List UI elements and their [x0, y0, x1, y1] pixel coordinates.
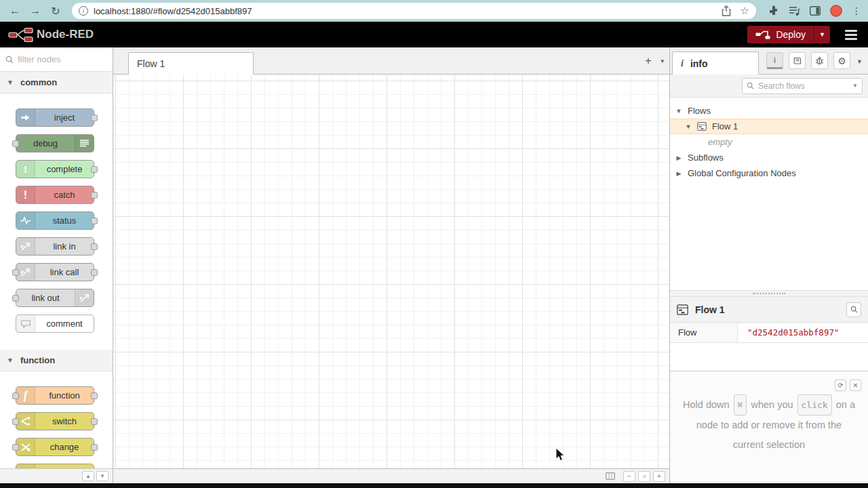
- nodered-header: Node-RED Deploy ▼: [0, 22, 868, 47]
- palette-node-inject[interactable]: inject: [16, 108, 94, 127]
- sidebar-tabbar: i info i: [670, 47, 868, 75]
- search-options-caret[interactable]: ▼: [852, 83, 858, 89]
- palette-node-link-in[interactable]: link in: [16, 237, 94, 256]
- chrome-menu-icon[interactable]: ⋮: [852, 5, 861, 16]
- site-info-icon[interactable]: i: [79, 6, 88, 16]
- info-icon: i: [681, 58, 684, 69]
- search-flow-button[interactable]: [846, 302, 861, 317]
- output-port[interactable]: [91, 243, 98, 250]
- sidebar-help-button[interactable]: [789, 52, 806, 69]
- category-label: common: [20, 77, 57, 87]
- output-port[interactable]: [91, 418, 98, 425]
- tree-row-subflows[interactable]: ▶ Subflows: [670, 150, 868, 165]
- sidebar-menu-caret[interactable]: ▼: [856, 58, 863, 65]
- zoom-in-button[interactable]: +: [653, 471, 665, 482]
- search-flows-input[interactable]: [758, 81, 848, 91]
- category-common[interactable]: ▼ common: [0, 72, 113, 94]
- node-label: switch: [35, 413, 94, 430]
- palette-node-complete[interactable]: ! complete: [16, 160, 94, 178]
- input-port[interactable]: [12, 295, 19, 302]
- output-port[interactable]: [91, 115, 98, 121]
- output-port[interactable]: [91, 392, 98, 399]
- chevron-down-icon: ▼: [7, 357, 14, 364]
- add-flow-button[interactable]: +: [645, 55, 651, 67]
- navigator-icon[interactable]: [604, 471, 616, 482]
- complete-icon: !: [16, 161, 35, 178]
- forward-icon[interactable]: →: [27, 3, 43, 19]
- tree-row-global-config[interactable]: ▶ Global Configuration Nodes: [670, 165, 868, 181]
- side-panel-icon[interactable]: [810, 6, 821, 16]
- output-port[interactable]: [91, 192, 98, 199]
- function-icon: f: [16, 387, 35, 404]
- tree-row-flows[interactable]: ▼ Flows: [670, 103, 868, 119]
- sidebar-splitter[interactable]: [670, 290, 868, 297]
- link-icon: [16, 264, 35, 281]
- chevron-right-icon: ▶: [675, 155, 682, 161]
- node-label: range: [35, 464, 94, 468]
- deploy-options-caret[interactable]: ▼: [814, 26, 830, 43]
- node-label: status: [35, 212, 94, 229]
- flows-tree: ▼ Flows ▼ Flow 1 empty ▶ Subflows ▶ Glob…: [670, 98, 868, 225]
- inject-icon: [16, 109, 35, 126]
- palette-node-status[interactable]: status: [16, 211, 94, 230]
- main-menu-icon[interactable]: [845, 30, 857, 40]
- input-port[interactable]: [12, 444, 19, 451]
- deploy-button[interactable]: Deploy ▼: [747, 26, 830, 43]
- node-label: inject: [35, 109, 94, 126]
- catch-icon: !: [16, 186, 35, 203]
- node-label: debug: [16, 135, 75, 152]
- link-icon: [16, 238, 35, 255]
- mouse-cursor: [555, 447, 566, 462]
- palette-node-change[interactable]: change: [16, 438, 94, 456]
- flow-canvas[interactable]: [113, 75, 669, 468]
- click-key: click: [797, 394, 832, 415]
- status-icon: [16, 212, 35, 229]
- search-flows-box[interactable]: ▼: [742, 78, 863, 94]
- url-bar[interactable]: i localhost:1880/#flow/d2542d015abbf897 …: [72, 3, 756, 19]
- palette-node-comment[interactable]: comment: [16, 314, 94, 333]
- share-icon[interactable]: [722, 5, 731, 16]
- tree-row-flow1[interactable]: ▼ Flow 1: [670, 119, 868, 134]
- refresh-tip-icon[interactable]: ⟳: [835, 380, 846, 391]
- flow-tab[interactable]: Flow 1: [128, 52, 254, 75]
- output-port[interactable]: [91, 218, 98, 224]
- palette-filter[interactable]: [0, 47, 113, 72]
- palette-node-link-out[interactable]: link out: [16, 289, 94, 307]
- sidebar-config-button[interactable]: ⚙: [833, 52, 850, 69]
- close-tip-icon[interactable]: ✕: [850, 380, 861, 391]
- refresh-icon[interactable]: ↻: [47, 3, 64, 19]
- category-function[interactable]: ▼ function: [0, 350, 113, 371]
- expand-categories-button[interactable]: ▼: [96, 471, 108, 481]
- bookmark-star-icon[interactable]: ☆: [741, 5, 749, 17]
- palette-node-range[interactable]: ii range: [16, 464, 94, 468]
- sidebar-debug-button[interactable]: [811, 52, 828, 69]
- output-port[interactable]: [91, 444, 98, 451]
- sidebar-info-button[interactable]: i: [766, 52, 783, 69]
- collapse-categories-button[interactable]: ▲: [82, 471, 94, 481]
- input-port[interactable]: [12, 269, 19, 276]
- property-value: "d2542d015abbf897": [738, 323, 868, 342]
- search-icon: [850, 306, 858, 313]
- input-port[interactable]: [12, 140, 19, 147]
- profile-avatar[interactable]: [830, 5, 842, 17]
- output-port[interactable]: [91, 166, 98, 173]
- palette-node-link-call[interactable]: link call: [16, 263, 94, 281]
- palette-node-switch[interactable]: switch: [16, 412, 94, 430]
- input-port[interactable]: [12, 392, 19, 399]
- extensions-puzzle-icon[interactable]: [768, 5, 779, 16]
- palette-node-function[interactable]: f function: [16, 386, 94, 405]
- flow-list-caret[interactable]: ▾: [660, 58, 664, 64]
- node-label: comment: [35, 315, 94, 332]
- back-icon[interactable]: ←: [7, 3, 23, 19]
- url-text[interactable]: localhost:1880/#flow/d2542d015abbf897: [94, 6, 716, 16]
- zoom-out-button[interactable]: −: [623, 471, 635, 482]
- zoom-reset-button[interactable]: ○: [638, 471, 650, 482]
- reading-list-icon[interactable]: [789, 6, 800, 16]
- palette-node-catch[interactable]: ! catch: [16, 186, 94, 204]
- output-port[interactable]: [91, 269, 98, 276]
- tab-info[interactable]: i info: [672, 52, 759, 75]
- palette-filter-input[interactable]: [18, 54, 96, 64]
- input-port[interactable]: [12, 418, 19, 425]
- bug-icon: [815, 56, 824, 65]
- palette-node-debug[interactable]: debug: [16, 134, 94, 152]
